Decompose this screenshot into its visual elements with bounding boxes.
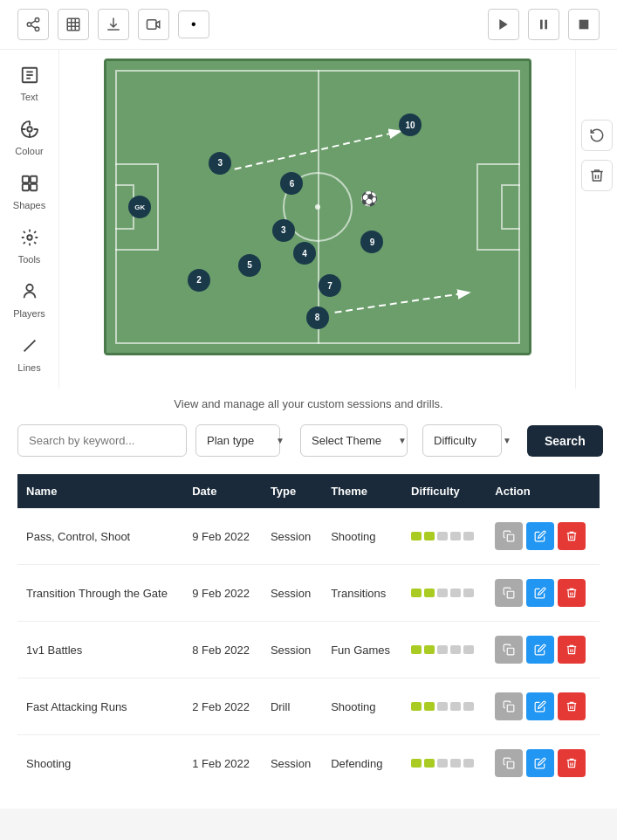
cell-theme: Shooting	[322, 508, 402, 565]
text-icon	[20, 65, 39, 90]
frame-button[interactable]	[58, 9, 89, 40]
edit-button[interactable]	[526, 749, 554, 777]
delete-row-button[interactable]	[558, 579, 586, 607]
difficulty-bars	[411, 759, 477, 768]
delete-row-button[interactable]	[558, 692, 586, 720]
col-theme: Theme	[322, 474, 402, 508]
copy-button[interactable]	[495, 692, 523, 720]
cell-name: Pass, Control, Shoot	[17, 508, 183, 565]
difficulty-chevron-icon: ▼	[503, 436, 511, 445]
svg-rect-22	[22, 184, 28, 190]
pitch-inner-border	[115, 70, 520, 344]
difficulty-bar-inactive	[463, 702, 474, 711]
search-button[interactable]: Search	[527, 425, 603, 457]
difficulty-bar-inactive	[437, 702, 448, 711]
toolbar-right	[488, 9, 600, 40]
sidebar-item-lines[interactable]: Lines	[6, 329, 53, 380]
table-row: 1v1 Battles8 Feb 2022SessionFun Games	[17, 622, 600, 678]
edit-button[interactable]	[526, 522, 554, 550]
player-3a[interactable]: 3	[209, 152, 231, 175]
search-input[interactable]	[17, 424, 187, 457]
filter-bar: Plan type Session Drill ▼ Select Theme S…	[17, 424, 600, 457]
cell-difficulty	[402, 622, 486, 678]
player-5[interactable]: 5	[238, 254, 261, 277]
cell-date: 9 Feb 2022	[183, 508, 262, 565]
difficulty-bar-active	[411, 532, 422, 540]
difficulty-bars	[411, 645, 477, 654]
difficulty-select[interactable]: Difficulty Easy Medium Hard	[422, 424, 502, 457]
copy-button[interactable]	[495, 522, 523, 550]
cell-difficulty	[402, 508, 486, 565]
difficulty-bar-inactive	[450, 645, 461, 654]
video-button[interactable]	[138, 9, 169, 40]
svg-marker-11	[499, 19, 507, 30]
cell-action	[486, 622, 600, 678]
cell-difficulty	[402, 565, 486, 622]
player-8[interactable]: 8	[306, 306, 329, 329]
col-date: Date	[183, 474, 262, 508]
svg-rect-33	[508, 761, 515, 768]
player-10[interactable]: 10	[399, 114, 422, 136]
edit-button[interactable]	[526, 579, 554, 607]
difficulty-bar-inactive	[463, 589, 474, 597]
share-button[interactable]	[17, 9, 49, 40]
dot-label: •	[191, 17, 196, 32]
player-4[interactable]: 4	[293, 242, 316, 265]
copy-button[interactable]	[495, 749, 523, 777]
delete-row-button[interactable]	[558, 522, 586, 550]
svg-line-3	[31, 25, 35, 28]
table-row: Pass, Control, Shoot9 Feb 2022SessionSho…	[17, 508, 600, 565]
svg-rect-10	[147, 20, 157, 30]
action-buttons	[495, 636, 591, 664]
play-button[interactable]	[488, 9, 519, 40]
player-7[interactable]: 7	[319, 274, 341, 297]
difficulty-bar-inactive	[463, 645, 474, 654]
svg-point-1	[27, 23, 31, 27]
theme-select[interactable]: Select Theme Shooting Transitions Fun Ga…	[300, 424, 408, 457]
player-3b[interactable]: 3	[272, 219, 295, 242]
cell-type: Session	[262, 735, 322, 792]
plan-type-select[interactable]: Plan type Session Drill	[195, 424, 280, 457]
pitch-container[interactable]: GK 2 3 3 4 5 6 7 8	[59, 50, 575, 389]
main-area: Text Colour Shapes Tools Players	[0, 50, 617, 389]
players-icon	[20, 282, 39, 306]
plan-type-filter[interactable]: Plan type Session Drill ▼	[195, 424, 291, 457]
difficulty-bars	[411, 702, 477, 711]
difficulty-bar-inactive	[437, 645, 448, 654]
delete-row-button[interactable]	[558, 749, 586, 777]
cell-theme: Transitions	[322, 565, 402, 622]
delete-button[interactable]	[581, 160, 613, 191]
right-sidebar	[575, 50, 617, 389]
stop-button[interactable]	[568, 9, 600, 40]
pause-button[interactable]	[528, 9, 559, 40]
copy-button[interactable]	[495, 579, 523, 607]
sidebar-item-tools[interactable]: Tools	[6, 221, 53, 272]
undo-button[interactable]	[581, 120, 613, 151]
player-gk[interactable]: GK	[128, 196, 151, 218]
difficulty-bar-inactive	[463, 759, 474, 768]
edit-button[interactable]	[526, 636, 554, 664]
copy-button[interactable]	[495, 636, 523, 664]
difficulty-bars	[411, 532, 477, 540]
download-button[interactable]	[98, 9, 129, 40]
cell-type: Drill	[262, 678, 322, 735]
theme-filter[interactable]: Select Theme Shooting Transitions Fun Ga…	[300, 424, 414, 457]
svg-rect-12	[540, 20, 543, 30]
edit-button[interactable]	[526, 692, 554, 720]
difficulty-bar-inactive	[450, 702, 461, 711]
cell-date: 2 Feb 2022	[183, 678, 262, 735]
sidebar-item-colour[interactable]: Colour	[6, 113, 53, 163]
player-2[interactable]: 2	[188, 269, 210, 292]
player-9[interactable]: 9	[360, 231, 383, 253]
sidebar-tools-label: Tools	[18, 254, 41, 265]
col-action: Action	[486, 474, 600, 508]
delete-row-button[interactable]	[558, 636, 586, 664]
sidebar-item-players[interactable]: Players	[6, 275, 53, 326]
svg-point-24	[27, 235, 32, 240]
difficulty-filter[interactable]: Difficulty Easy Medium Hard ▼	[422, 424, 518, 457]
cell-type: Session	[262, 565, 322, 622]
sidebar-item-shapes[interactable]: Shapes	[6, 167, 53, 217]
sidebar-item-text[interactable]: Text	[6, 59, 53, 109]
player-6[interactable]: 6	[280, 172, 303, 195]
difficulty-bar-active	[411, 702, 422, 711]
